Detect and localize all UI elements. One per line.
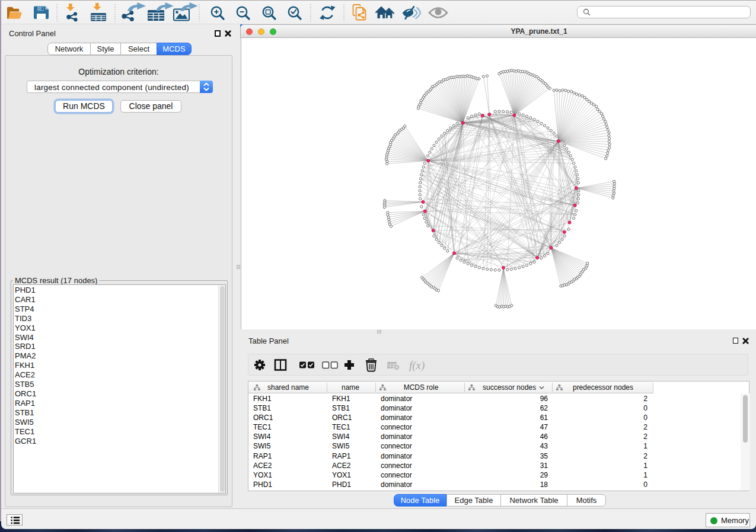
svg-text:shared name: shared name — [267, 383, 309, 392]
svg-text:successor nodes: successor nodes — [483, 383, 536, 392]
svg-text:f(x): f(x) — [409, 359, 425, 372]
svg-text:predecessor nodes: predecessor nodes — [573, 383, 633, 392]
svg-text:MCDS role: MCDS role — [404, 383, 439, 392]
svg-text:name: name — [342, 383, 359, 392]
